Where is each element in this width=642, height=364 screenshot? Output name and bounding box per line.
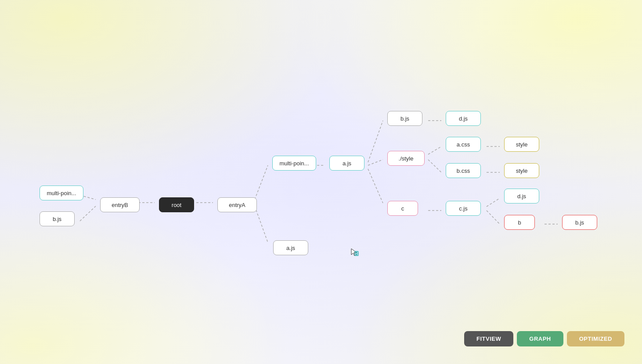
node-b[interactable]: b bbox=[504, 215, 535, 230]
node-djs-right1[interactable]: d.js bbox=[446, 111, 481, 126]
node-ajs-bottom[interactable]: a.js bbox=[273, 240, 308, 255]
node-ajs-top[interactable]: a.js bbox=[329, 156, 364, 171]
node-bjs-top[interactable]: b.js bbox=[387, 111, 422, 126]
node-acss[interactable]: a.css bbox=[446, 137, 481, 152]
node-entryA[interactable]: entryA bbox=[217, 197, 257, 212]
nodes-layer: multi-poin... b.js entryB root entryA mu… bbox=[0, 0, 642, 364]
fitview-button[interactable]: FITVIEW bbox=[464, 331, 513, 346]
node-cjs[interactable]: c.js bbox=[446, 201, 481, 216]
node-root[interactable]: root bbox=[159, 197, 194, 212]
buttons-container: FITVIEW GRAPH OPTIMIZED bbox=[464, 331, 624, 346]
node-c[interactable]: c bbox=[387, 201, 418, 216]
node-entryB[interactable]: entryB bbox=[100, 197, 140, 212]
node-djs-right2[interactable]: d.js bbox=[504, 189, 539, 203]
node-bcss[interactable]: b.css bbox=[446, 163, 481, 178]
node-bjs-left[interactable]: b.js bbox=[40, 211, 75, 226]
node-style-top[interactable]: ./style bbox=[387, 151, 425, 166]
node-bjs-right[interactable]: b.js bbox=[562, 215, 597, 230]
node-multi-poin-left[interactable]: multi-poin... bbox=[40, 186, 83, 200]
node-style-right1[interactable]: style bbox=[504, 137, 539, 152]
node-style-right2[interactable]: style bbox=[504, 163, 539, 178]
graph-button[interactable]: GRAPH bbox=[517, 331, 563, 346]
node-multi-poin-mid[interactable]: multi-poin... bbox=[272, 156, 316, 171]
optimized-button[interactable]: OPTIMIZED bbox=[567, 331, 624, 346]
